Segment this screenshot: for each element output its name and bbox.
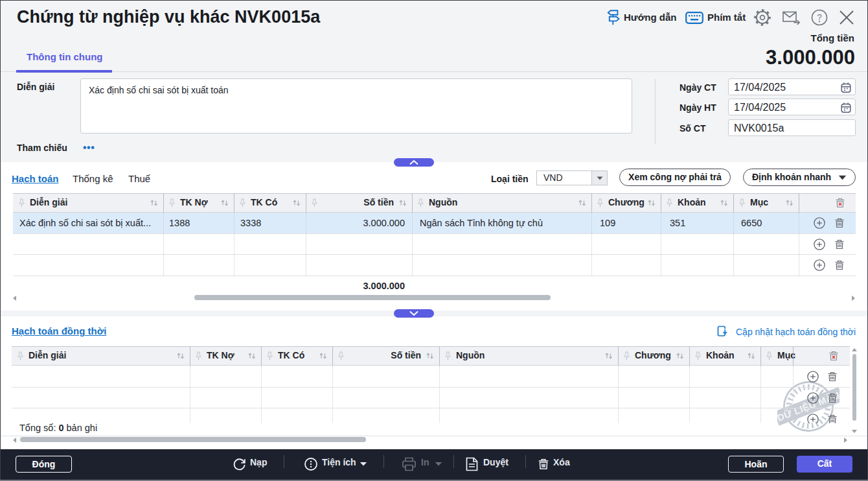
svg-text:?: ?: [817, 12, 821, 22]
